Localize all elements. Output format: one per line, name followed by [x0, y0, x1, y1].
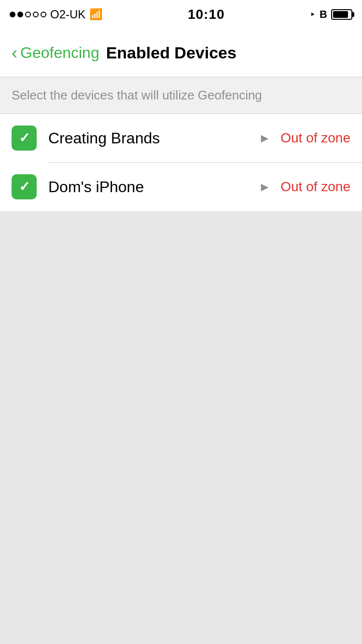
checkbox-device-1[interactable]: ✓ [12, 126, 37, 151]
location-icon: ‣ [310, 9, 316, 20]
device-name-2: Dom's iPhone [48, 178, 254, 196]
location-arrow-icon-1: ► [259, 131, 271, 146]
battery-fill [333, 11, 348, 18]
wifi-icon: 📶 [89, 8, 102, 21]
section-header: Select the devices that will utilize Geo… [0, 77, 362, 114]
status-bar: O2-UK 📶 10:10 ‣ B [0, 0, 362, 29]
signal-dot-1 [10, 12, 15, 17]
back-button[interactable]: ‹ Geofencing [12, 44, 99, 62]
status-time: 10:10 [188, 7, 225, 22]
empty-content-area [0, 211, 362, 626]
checkmark-icon: ✓ [19, 131, 30, 145]
device-name-1: Creating Brands [48, 129, 254, 147]
checkbox-device-2[interactable]: ✓ [12, 174, 37, 199]
bluetooth-icon: B [320, 8, 327, 21]
list-item[interactable]: ✓ Dom's iPhone ► Out of zone [0, 163, 362, 211]
back-label: Geofencing [20, 44, 99, 62]
device-list: ✓ Creating Brands ► Out of zone ✓ Dom's … [0, 114, 362, 211]
zone-status-2: Out of zone [280, 179, 350, 195]
nav-bar: ‹ Geofencing Enabled Devices [0, 29, 362, 77]
checkmark-icon: ✓ [19, 180, 30, 194]
signal-dot-2 [17, 12, 23, 17]
zone-status-1: Out of zone [280, 130, 350, 146]
back-chevron-icon: ‹ [12, 44, 17, 62]
status-right: ‣ B [310, 8, 352, 21]
signal-dot-4 [33, 12, 39, 17]
signal-dots [10, 12, 46, 17]
signal-dot-5 [41, 12, 46, 17]
status-left: O2-UK 📶 [10, 8, 102, 21]
page-title: Enabled Devices [106, 43, 237, 62]
carrier-label: O2-UK [50, 8, 85, 21]
list-item[interactable]: ✓ Creating Brands ► Out of zone [0, 114, 362, 162]
signal-dot-3 [25, 12, 31, 17]
section-header-text: Select the devices that will utilize Geo… [12, 88, 262, 102]
battery-icon [331, 9, 352, 20]
location-arrow-icon-2: ► [259, 180, 271, 195]
